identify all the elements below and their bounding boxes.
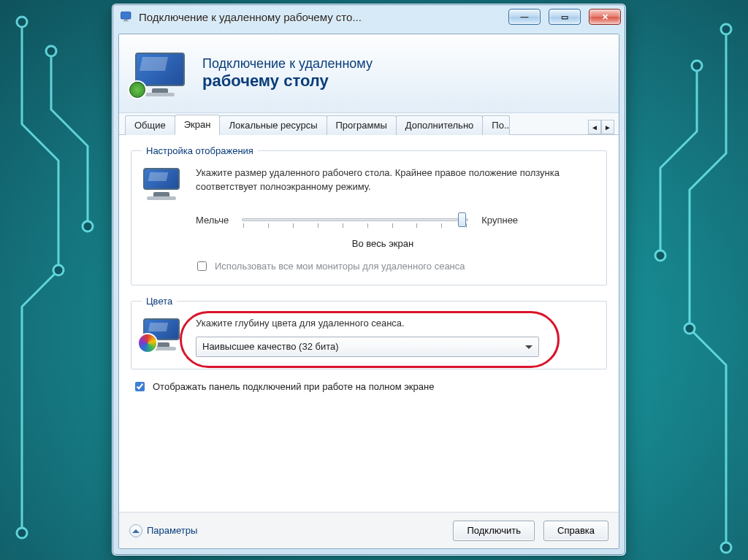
color-depth-dropdown[interactable]: Наивысшее качество (32 бита) (196, 337, 539, 357)
help-button[interactable]: Справка (543, 521, 608, 541)
close-icon: ✕ (602, 12, 608, 22)
connect-button[interactable]: Подключить (453, 521, 535, 541)
maximize-button[interactable]: ▭ (549, 9, 581, 25)
display-size-icon (142, 166, 183, 200)
options-expander[interactable]: Параметры (129, 524, 197, 537)
svg-point-1 (46, 46, 56, 56)
tab-scroll-left[interactable]: ◄ (588, 120, 601, 134)
svg-point-2 (83, 221, 93, 231)
tab-programs[interactable]: Программы (327, 115, 397, 135)
svg-point-0 (17, 17, 27, 27)
close-button[interactable]: ✕ (589, 9, 621, 25)
use-all-monitors-row[interactable]: Использовать все мои мониторы для удален… (194, 259, 596, 273)
group-colors-legend: Цвета (142, 296, 177, 307)
group-colors: Цвета Укажите глубину цвета для удаленно… (131, 296, 607, 369)
svg-point-9 (684, 323, 695, 334)
tab-more[interactable]: По... (482, 115, 510, 135)
resolution-slider[interactable] (242, 210, 468, 229)
slider-thumb[interactable] (458, 212, 466, 227)
svg-rect-11 (124, 20, 128, 21)
chevron-right-icon: ► (604, 123, 611, 131)
svg-point-8 (721, 542, 731, 553)
svg-point-7 (655, 250, 665, 261)
bottom-bar: Параметры Подключить Справка (119, 512, 619, 548)
display-desc: Укажите размер удаленного рабочего стола… (196, 166, 596, 200)
maximize-icon: ▭ (561, 12, 568, 22)
show-connection-bar-row[interactable]: Отображать панель подключений при работе… (132, 380, 607, 394)
titlebar[interactable]: Подключение к удаленному рабочему сто...… (112, 4, 625, 29)
tab-strip: Общие Экран Локальные ресурсы Программы … (119, 113, 619, 135)
banner-line1: Подключение к удаленному (202, 56, 373, 72)
banner-text: Подключение к удаленному рабочему столу (202, 56, 373, 91)
color-depth-icon (142, 317, 183, 357)
minimize-icon: — (521, 12, 529, 21)
svg-point-3 (17, 528, 27, 538)
group-display-legend: Настройка отображения (142, 145, 258, 156)
show-connection-bar-label: Отображать панель подключений при работе… (153, 381, 434, 392)
use-all-monitors-checkbox[interactable] (197, 261, 207, 271)
slider-readout: Во весь экран (169, 238, 596, 249)
rdp-monitor-icon (134, 51, 186, 96)
chevron-left-icon: ◄ (591, 123, 598, 131)
svg-rect-10 (121, 12, 131, 19)
tab-scroll-right[interactable]: ► (601, 120, 614, 134)
show-connection-bar-checkbox[interactable] (135, 382, 145, 391)
tab-local-resources[interactable]: Локальные ресурсы (219, 115, 327, 135)
svg-point-6 (692, 61, 702, 71)
window-title: Подключение к удаленному рабочему сто... (139, 11, 500, 23)
slider-label-max: Крупнее (481, 215, 518, 226)
tab-scroll: ◄ ► (588, 120, 614, 134)
options-label: Параметры (147, 525, 197, 536)
chevron-up-icon (132, 526, 140, 533)
chevron-down-icon (525, 345, 533, 353)
banner-line2: рабочему столу (202, 72, 373, 91)
color-depth-value: Наивысшее качество (32 бита) (202, 341, 339, 352)
header-banner: Подключение к удаленному рабочему столу (119, 34, 619, 113)
minimize-button[interactable]: — (508, 9, 541, 25)
rdp-window: Подключение к удаленному рабочему сто...… (112, 4, 626, 556)
svg-point-5 (721, 24, 731, 34)
tab-general[interactable]: Общие (125, 115, 175, 135)
slider-label-min: Мельче (196, 215, 229, 226)
svg-rect-12 (123, 20, 129, 22)
svg-point-4 (53, 265, 64, 275)
app-icon (120, 10, 133, 23)
tab-display[interactable]: Экран (175, 115, 221, 135)
decorative-circuit-right (609, 22, 748, 560)
client-area: Подключение к удаленному рабочему столу … (118, 34, 619, 549)
group-display-config: Настройка отображения Укажите размер уда… (131, 145, 607, 285)
use-all-monitors-label: Использовать все мои мониторы для удален… (215, 261, 465, 272)
color-desc: Укажите глубину цвета для удаленного сеа… (196, 317, 596, 331)
tab-advanced[interactable]: Дополнительно (396, 115, 484, 135)
tab-page-display: Настройка отображения Укажите размер уда… (119, 135, 619, 402)
